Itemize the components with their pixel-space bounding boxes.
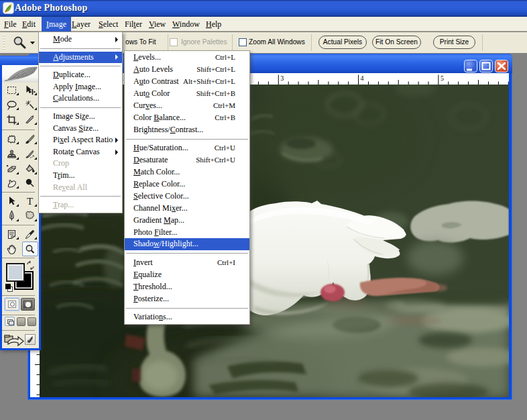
svg-text:4: 4 xyxy=(361,74,364,82)
svg-text:3: 3 xyxy=(280,74,284,82)
svg-text:5: 5 xyxy=(441,74,444,82)
svg-text:T: T xyxy=(26,196,32,207)
